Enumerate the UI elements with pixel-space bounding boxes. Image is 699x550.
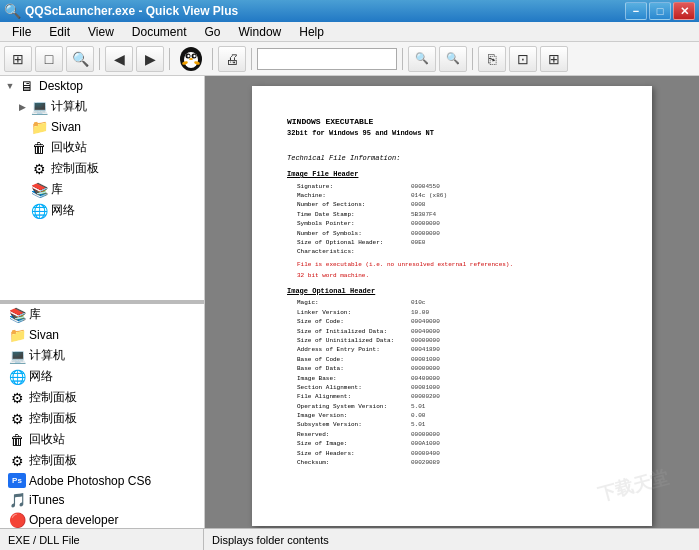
- icon-network: 🌐: [30, 203, 48, 219]
- tree-view-top: ▼ 🖥 Desktop ▶ 💻 计算机 ▶ 📁 Sivan ▶ 🗑 回收站 ▶: [0, 76, 204, 304]
- icon-controlpanel2: ⚙: [8, 390, 26, 406]
- list-item-library2[interactable]: 📚 库: [0, 304, 204, 325]
- list-item-controlpanel2[interactable]: ⚙ 控制面板: [0, 387, 204, 408]
- toolbar-view-button[interactable]: □: [35, 46, 63, 72]
- menu-file[interactable]: File: [4, 23, 39, 41]
- toolbar-select-all-button[interactable]: ⊡: [509, 46, 537, 72]
- tree-item-computer[interactable]: ▶ 💻 计算机: [0, 96, 204, 117]
- arrow-library: ▶: [16, 184, 28, 196]
- icon-network2: 🌐: [8, 369, 26, 385]
- list-item-network2[interactable]: 🌐 网络: [0, 366, 204, 387]
- status-bar: EXE / DLL File Displays folder contents: [0, 528, 699, 550]
- icon-folder-sivan: 📁: [30, 119, 48, 135]
- list-item-itunes[interactable]: 🎵 iTunes: [0, 490, 204, 510]
- toolbar-separator-3: [212, 48, 213, 70]
- title-bar-controls: − □ ✕: [625, 2, 695, 20]
- list-item-sivan2[interactable]: 📁 Sivan: [0, 325, 204, 345]
- tree-item-library[interactable]: ▶ 📚 库: [0, 179, 204, 200]
- icon-desktop: 🖥: [18, 78, 36, 94]
- doc-note-1: File is executable (i.e. no unresolved e…: [297, 261, 617, 269]
- main-layout: ▼ 🖥 Desktop ▶ 💻 计算机 ▶ 📁 Sivan ▶ 🗑 回收站 ▶: [0, 76, 699, 528]
- toolbar-zoom-button[interactable]: 🔍: [66, 46, 94, 72]
- toolbar-separator-4: [251, 48, 252, 70]
- icon-computer: 💻: [30, 99, 48, 115]
- toolbar-separator-2: [169, 48, 170, 70]
- toolbar-zoom-out-button[interactable]: 🔍: [439, 46, 467, 72]
- tree-item-desktop[interactable]: ▼ 🖥 Desktop: [0, 76, 204, 96]
- toolbar-separator-5: [402, 48, 403, 70]
- path-input[interactable]: [257, 48, 397, 70]
- toolbar-forward-button[interactable]: ▶: [136, 46, 164, 72]
- menu-document[interactable]: Document: [124, 23, 195, 41]
- svg-point-5: [193, 54, 195, 56]
- doc-technical-label: Technical File Information:: [287, 154, 617, 164]
- tree-item-network[interactable]: ▶ 🌐 网络: [0, 200, 204, 221]
- toolbar-extra-button[interactable]: ⊞: [540, 46, 568, 72]
- menu-view[interactable]: View: [80, 23, 122, 41]
- toolbar-print-button[interactable]: 🖨: [218, 46, 246, 72]
- toolbar: ⊞ □ 🔍 ◀ ▶ 🖨 🔍 🔍 ⎘ ⊡ ⊞: [0, 42, 699, 76]
- menu-go[interactable]: Go: [197, 23, 229, 41]
- menu-window[interactable]: Window: [231, 23, 290, 41]
- menu-help[interactable]: Help: [291, 23, 332, 41]
- list-item-controlpanel4[interactable]: ⚙ 控制面板: [0, 450, 204, 471]
- maximize-button[interactable]: □: [649, 2, 671, 20]
- left-panel: ▼ 🖥 Desktop ▶ 💻 计算机 ▶ 📁 Sivan ▶ 🗑 回收站 ▶: [0, 76, 205, 528]
- doc-optional-header: Image Optional Header: [287, 287, 617, 297]
- doc-image-file-header: Image File Header: [287, 170, 617, 180]
- status-file-type: EXE / DLL File: [0, 529, 204, 550]
- arrow-network: ▶: [16, 205, 28, 217]
- tree-item-sivan[interactable]: ▶ 📁 Sivan: [0, 117, 204, 137]
- doc-title: WINDOWS EXECUTABLE: [287, 116, 617, 127]
- doc-note-2: 32 bit word machine.: [297, 272, 617, 280]
- minimize-button[interactable]: −: [625, 2, 647, 20]
- title-bar: 🔍 QQScLauncher.exe - Quick View Plus − □…: [0, 0, 699, 22]
- arrow-sivan: ▶: [16, 121, 28, 133]
- icon-opera: 🔴: [8, 512, 26, 528]
- app-icon: 🔍: [4, 3, 21, 19]
- close-button[interactable]: ✕: [673, 2, 695, 20]
- tree-item-recycle[interactable]: ▶ 🗑 回收站: [0, 137, 204, 158]
- doc-optional-header-table: Magic:010c Linker Version:10.00 Size of …: [297, 299, 617, 467]
- status-description: Displays folder contents: [204, 534, 699, 546]
- icon-recycle2: 🗑: [8, 432, 26, 448]
- svg-point-4: [187, 54, 189, 56]
- icon-library2: 📚: [8, 307, 26, 323]
- toolbar-separator-6: [472, 48, 473, 70]
- arrow-desktop: ▼: [4, 80, 16, 92]
- icon-recycle: 🗑: [30, 140, 48, 156]
- toolbar-zoom-in-button[interactable]: 🔍: [408, 46, 436, 72]
- doc-subtitle: 32bit for Windows 95 and Windows NT: [287, 129, 617, 139]
- toolbar-separator-1: [99, 48, 100, 70]
- list-item-recycle2[interactable]: 🗑 回收站: [0, 429, 204, 450]
- icon-photoshop: Ps: [8, 473, 26, 488]
- document-viewer: WINDOWS EXECUTABLE 32bit for Windows 95 …: [205, 76, 699, 528]
- toolbar-copy-button[interactable]: ⎘: [478, 46, 506, 72]
- list-item-photoshop[interactable]: Ps Adobe Photoshop CS6: [0, 471, 204, 490]
- svg-point-6: [189, 58, 193, 60]
- icon-library: 📚: [30, 182, 48, 198]
- qq-icon-button[interactable]: [175, 45, 207, 73]
- menu-edit[interactable]: Edit: [41, 23, 78, 41]
- icon-controlpanel4: ⚙: [8, 453, 26, 469]
- toolbar-pin-button[interactable]: ⊞: [4, 46, 32, 72]
- arrow-computer: ▶: [16, 101, 28, 113]
- icon-folder-sivan2: 📁: [8, 327, 26, 343]
- list-item-controlpanel3[interactable]: ⚙ 控制面板: [0, 408, 204, 429]
- tree-item-controlpanel[interactable]: ▶ ⚙ 控制面板: [0, 158, 204, 179]
- arrow-controlpanel: ▶: [16, 163, 28, 175]
- toolbar-back-button[interactable]: ◀: [105, 46, 133, 72]
- icon-controlpanel3: ⚙: [8, 411, 26, 427]
- list-item-computer2[interactable]: 💻 计算机: [0, 345, 204, 366]
- list-item-opera[interactable]: 🔴 Opera developer: [0, 510, 204, 528]
- icon-computer2: 💻: [8, 348, 26, 364]
- title-bar-text: QQScLauncher.exe - Quick View Plus: [25, 4, 238, 18]
- doc-file-header-table: Signature:00004550 Machine:014c (x86) Nu…: [297, 183, 617, 257]
- icon-controlpanel: ⚙: [30, 161, 48, 177]
- document-page: WINDOWS EXECUTABLE 32bit for Windows 95 …: [252, 86, 652, 526]
- menu-bar: File Edit View Document Go Window Help: [0, 22, 699, 42]
- icon-itunes: 🎵: [8, 492, 26, 508]
- tree-view-bottom: 📚 库 📁 Sivan 💻 计算机 🌐 网络 ⚙ 控制面板 ⚙ 控制面板: [0, 304, 204, 528]
- arrow-recycle: ▶: [16, 142, 28, 154]
